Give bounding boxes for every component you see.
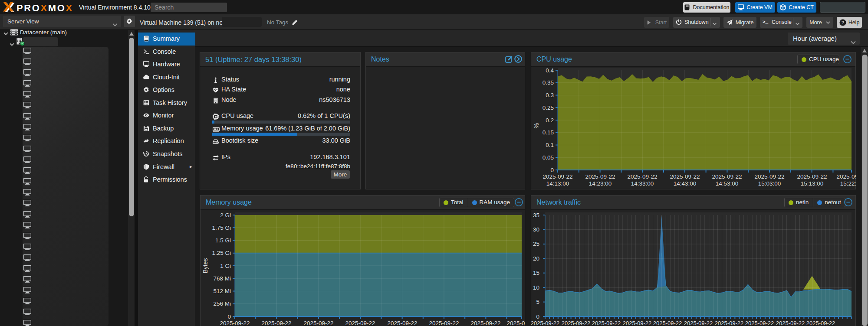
svg-text:5: 5 [536, 299, 539, 305]
svg-text:2 Gi: 2 Gi [220, 212, 231, 218]
svg-text:1.75 Gi: 1.75 Gi [212, 225, 231, 231]
svg-text:14:53:00: 14:53:00 [716, 180, 739, 187]
svg-text:30: 30 [533, 226, 539, 233]
svg-text:0.25: 0.25 [542, 104, 554, 111]
svg-text:15: 15 [533, 270, 539, 276]
svg-text:0.05: 0.05 [542, 154, 554, 161]
svg-text:14:23:00: 14:23:00 [589, 180, 612, 187]
svg-text:2025-09-22: 2025-09-22 [684, 320, 713, 326]
svg-text:1.25 Gi: 1.25 Gi [212, 250, 231, 256]
svg-text:2025-09-22: 2025-09-22 [754, 173, 784, 180]
svg-text:14:13:00: 14:13:00 [546, 180, 569, 187]
svg-text:0.35: 0.35 [542, 79, 554, 86]
svg-text:2025-09-22: 2025-09-22 [745, 320, 774, 326]
svg-text:1 Gi: 1 Gi [220, 263, 231, 269]
svg-text:0.2: 0.2 [546, 117, 554, 124]
svg-text:2025-09-22: 2025-09-22 [715, 320, 744, 326]
svg-text:2025-09-22: 2025-09-22 [592, 320, 621, 326]
svg-text:2025-09-22: 2025-09-22 [776, 320, 805, 326]
svg-text:2025-09-22: 2025-09-22 [797, 173, 827, 180]
svg-text:2025-09-22: 2025-09-22 [261, 320, 291, 326]
svg-text:2025-09-22: 2025-09-22 [562, 320, 591, 326]
svg-text:256 Mi: 256 Mi [213, 300, 231, 307]
svg-text:?: ? [841, 20, 844, 25]
svg-text:0.1: 0.1 [546, 142, 554, 148]
svg-text:0.15: 0.15 [542, 129, 554, 136]
svg-text:0.3: 0.3 [546, 92, 554, 98]
svg-text:0: 0 [536, 313, 539, 320]
svg-text:1.5 Gi: 1.5 Gi [215, 237, 231, 244]
svg-text:0: 0 [227, 313, 231, 320]
svg-text:2025-09-22: 2025-09-22 [531, 320, 559, 326]
svg-text:15:13:00: 15:13:00 [801, 180, 824, 187]
svg-text:14:33:00: 14:33:00 [631, 180, 654, 187]
svg-text:2025-09-22: 2025-09-22 [345, 320, 375, 326]
svg-text:2025-09-22: 2025-09-22 [387, 320, 417, 326]
svg-text:768 Mi: 768 Mi [213, 275, 231, 282]
svg-text:20: 20 [533, 255, 539, 262]
svg-text:0: 0 [550, 167, 554, 173]
svg-text:2025-09-22: 2025-09-22 [712, 173, 742, 180]
svg-text:2025-09-22: 2025-09-22 [585, 173, 615, 180]
svg-text:%: % [533, 123, 540, 128]
svg-text:2025-09-22: 2025-09-22 [429, 320, 459, 326]
svg-text:2025-09-22: 2025-09-22 [303, 320, 333, 326]
svg-text:2025-09-22: 2025-09-22 [653, 320, 682, 326]
svg-text:2025-09-22: 2025-09-22 [623, 320, 652, 326]
svg-text:0.4: 0.4 [546, 67, 554, 74]
svg-text:14:43:00: 14:43:00 [674, 180, 697, 187]
svg-text:2025-09-22: 2025-09-22 [542, 173, 572, 180]
svg-text:2025-09-22: 2025-09-22 [670, 173, 700, 180]
svg-text:15:22:00: 15:22:00 [840, 180, 856, 187]
svg-text:10: 10 [533, 284, 539, 291]
svg-text:2025-09-22: 2025-09-22 [220, 320, 250, 326]
svg-text:35: 35 [533, 212, 539, 218]
svg-text:2025-09-22: 2025-09-22 [627, 173, 657, 180]
svg-text:25: 25 [533, 241, 539, 247]
svg-text:Bytes: Bytes [202, 258, 209, 273]
svg-text:2025-09-22: 2025-09-22 [470, 320, 500, 326]
svg-text:512 Mi: 512 Mi [213, 288, 231, 294]
svg-text:2025-09-22: 2025-09-22 [506, 320, 525, 326]
svg-text:2025-09-22: 2025-09-22 [836, 173, 856, 180]
svg-text:2025-09-22: 2025-09-22 [806, 320, 835, 326]
svg-text:15:03:00: 15:03:00 [758, 180, 781, 187]
